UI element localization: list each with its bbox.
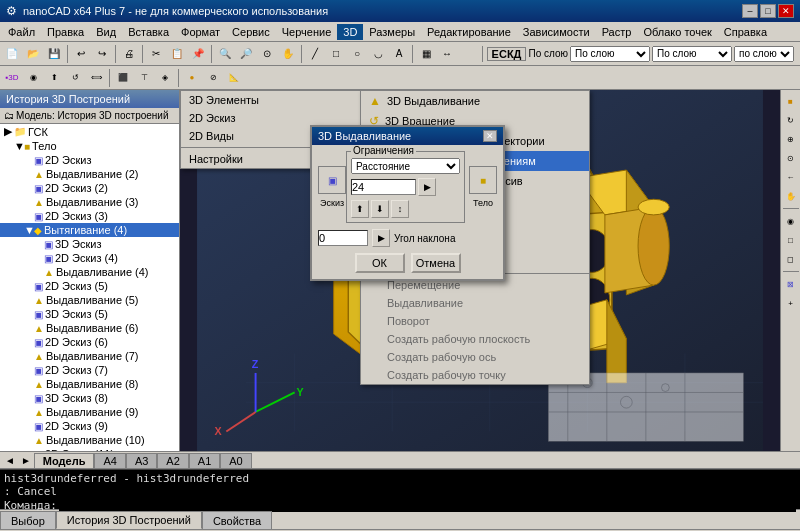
text-button[interactable]: A bbox=[389, 44, 409, 64]
tree-expand[interactable]: ▶ bbox=[4, 125, 14, 138]
render-button[interactable]: ● bbox=[182, 68, 202, 88]
maximize-button[interactable]: □ bbox=[760, 4, 776, 18]
constraint-type-select[interactable]: Расстояние bbox=[351, 158, 460, 174]
layer-select1[interactable]: По слою bbox=[570, 46, 650, 62]
save-button[interactable]: 💾 bbox=[44, 44, 64, 64]
tree-item[interactable]: ▣ 3D Эскиз bbox=[0, 237, 179, 251]
layer-select3[interactable]: по слою bbox=[734, 46, 794, 62]
orbit-button[interactable]: ↻ bbox=[782, 111, 800, 129]
tree-item-selected[interactable]: ▼ ◆ Вытягивание (4) bbox=[0, 223, 179, 237]
submenu-item-rotate[interactable]: Поворот bbox=[361, 312, 589, 330]
tree-item[interactable]: ▶ 📁 ГСК bbox=[0, 124, 179, 139]
tree-item[interactable]: ▲ Выдавливание (5) bbox=[0, 293, 179, 307]
workplane-right-button[interactable]: ⊠ bbox=[782, 275, 800, 293]
body-select-button[interactable]: ■ bbox=[469, 166, 497, 194]
tree-item[interactable]: ▣ 3D Эскиз (5) bbox=[0, 307, 179, 321]
menu-pointcloud[interactable]: Облако точек bbox=[637, 24, 717, 40]
section-button[interactable]: ⊘ bbox=[203, 68, 223, 88]
arc-button[interactable]: ◡ bbox=[368, 44, 388, 64]
shade-button[interactable]: ◉ bbox=[782, 212, 800, 230]
tree-item[interactable]: ▣ 2D Эскиз (6) bbox=[0, 335, 179, 349]
view-area[interactable]: Y Z X 3D Элементы ▶ 2D Эскиз bbox=[180, 90, 780, 451]
3d-extrude-button[interactable]: ⬆ bbox=[44, 68, 64, 88]
3d-rotate-button[interactable]: ↺ bbox=[65, 68, 85, 88]
menu-file[interactable]: Файл bbox=[2, 24, 41, 40]
title-bar-controls[interactable]: – □ ✕ bbox=[742, 4, 794, 18]
pan-button[interactable]: ✋ bbox=[278, 44, 298, 64]
zoom-window-button[interactable]: ⊕ bbox=[782, 130, 800, 148]
menu-format[interactable]: Формат bbox=[175, 24, 226, 40]
3d-sphere-button[interactable]: ◉ bbox=[23, 68, 43, 88]
rect-button[interactable]: □ bbox=[326, 44, 346, 64]
tree-item[interactable]: ▣ 2D Эскиз (7) bbox=[0, 363, 179, 377]
dialog-close-button[interactable]: ✕ bbox=[483, 130, 497, 142]
zoom-fit-button[interactable]: ⊙ bbox=[782, 149, 800, 167]
dropdown-item-3d-elements[interactable]: 3D Элементы ▶ bbox=[181, 91, 379, 109]
tab-a4[interactable]: A4 bbox=[94, 453, 125, 468]
new-button[interactable]: 📄 bbox=[2, 44, 22, 64]
tab-3d-history[interactable]: История 3D Построений bbox=[56, 511, 202, 529]
tab-properties[interactable]: Свойства bbox=[202, 511, 272, 529]
print-button[interactable]: 🖨 bbox=[119, 44, 139, 64]
view-3d-button[interactable]: ■ bbox=[782, 92, 800, 110]
tab-a0[interactable]: A0 bbox=[220, 453, 251, 468]
tab-a2[interactable]: A2 bbox=[157, 453, 188, 468]
zoom-out-button[interactable]: 🔎 bbox=[236, 44, 256, 64]
tree-item[interactable]: ▣ 2D Эскиз (9) bbox=[0, 419, 179, 433]
redo-button[interactable]: ↪ bbox=[92, 44, 112, 64]
view-front-button[interactable]: ⬛ bbox=[113, 68, 133, 88]
angle-more-button[interactable]: ▶ bbox=[372, 229, 390, 247]
menu-view[interactable]: Вид bbox=[90, 24, 122, 40]
tab-a3[interactable]: A3 bbox=[126, 453, 157, 468]
tree-item[interactable]: ▣ 2D Эскиз (4) bbox=[0, 251, 179, 265]
point-right-button[interactable]: + bbox=[782, 294, 800, 312]
tree-item[interactable]: ▲ Выдавливание (6) bbox=[0, 321, 179, 335]
open-button[interactable]: 📂 bbox=[23, 44, 43, 64]
tree-item[interactable]: ▣ 2D Эскиз (11) bbox=[0, 447, 179, 451]
nav-prev-button[interactable]: ◄ bbox=[2, 455, 18, 466]
zoom-prev-button[interactable]: ← bbox=[782, 168, 800, 186]
view-top-button[interactable]: ⊤ bbox=[134, 68, 154, 88]
menu-constraints[interactable]: Зависимости bbox=[517, 24, 596, 40]
tree-item[interactable]: ▣ 3D Эскиз (8) bbox=[0, 391, 179, 405]
menu-drawing[interactable]: Черчение bbox=[276, 24, 338, 40]
angle-input[interactable] bbox=[318, 230, 368, 246]
tree-item[interactable]: ▼ ■ Тело bbox=[0, 139, 179, 153]
menu-service[interactable]: Сервис bbox=[226, 24, 276, 40]
distance-input[interactable] bbox=[351, 179, 416, 195]
menu-3d[interactable]: 3D bbox=[337, 24, 363, 40]
dim-button[interactable]: ↔ bbox=[437, 44, 457, 64]
tree-item[interactable]: ▲ Выдавливание (4) bbox=[0, 265, 179, 279]
menu-edit[interactable]: Правка bbox=[41, 24, 90, 40]
direction2-button[interactable]: ⬇ bbox=[371, 200, 389, 218]
zoom-in-button[interactable]: 🔍 bbox=[215, 44, 235, 64]
pan-right-button[interactable]: ✋ bbox=[782, 187, 800, 205]
tree-expand2[interactable]: ▼ bbox=[14, 140, 24, 152]
tree-item[interactable]: ▲ Выдавливание (9) bbox=[0, 405, 179, 419]
tree-item[interactable]: ▣ 2D Эскиз bbox=[0, 153, 179, 167]
submenu-item-workpoint[interactable]: Создать рабочую точку bbox=[361, 366, 589, 384]
close-button[interactable]: ✕ bbox=[778, 4, 794, 18]
hatch-button[interactable]: ▦ bbox=[416, 44, 436, 64]
ok-button[interactable]: ОК bbox=[355, 253, 405, 273]
command-input[interactable] bbox=[59, 498, 796, 512]
hidden-button[interactable]: ◻ bbox=[782, 250, 800, 268]
menu-edit2[interactable]: Редактирование bbox=[421, 24, 517, 40]
tree-item[interactable]: ▲ Выдавливание (7) bbox=[0, 349, 179, 363]
cut-button[interactable]: ✂ bbox=[146, 44, 166, 64]
nav-next-button[interactable]: ► bbox=[18, 455, 34, 466]
paste-button[interactable]: 📌 bbox=[188, 44, 208, 64]
tree-area[interactable]: ▶ 📁 ГСК ▼ ■ Тело ▣ 2D Эскиз ▲ Выдавливан… bbox=[0, 124, 179, 451]
menu-help[interactable]: Справка bbox=[718, 24, 773, 40]
line-button[interactable]: ╱ bbox=[305, 44, 325, 64]
submenu-item-extrude[interactable]: ▲ 3D Выдавливание bbox=[361, 91, 589, 111]
undo-button[interactable]: ↩ bbox=[71, 44, 91, 64]
3d-mirror-button[interactable]: ⟺ bbox=[86, 68, 106, 88]
minimize-button[interactable]: – bbox=[742, 4, 758, 18]
menu-dimensions[interactable]: Размеры bbox=[363, 24, 421, 40]
menu-raster[interactable]: Растр bbox=[596, 24, 638, 40]
tab-select[interactable]: Выбор bbox=[0, 511, 56, 529]
cancel-button[interactable]: Отмена bbox=[411, 253, 461, 273]
distance-more-button[interactable]: ▶ bbox=[418, 178, 436, 196]
circle-button[interactable]: ○ bbox=[347, 44, 367, 64]
